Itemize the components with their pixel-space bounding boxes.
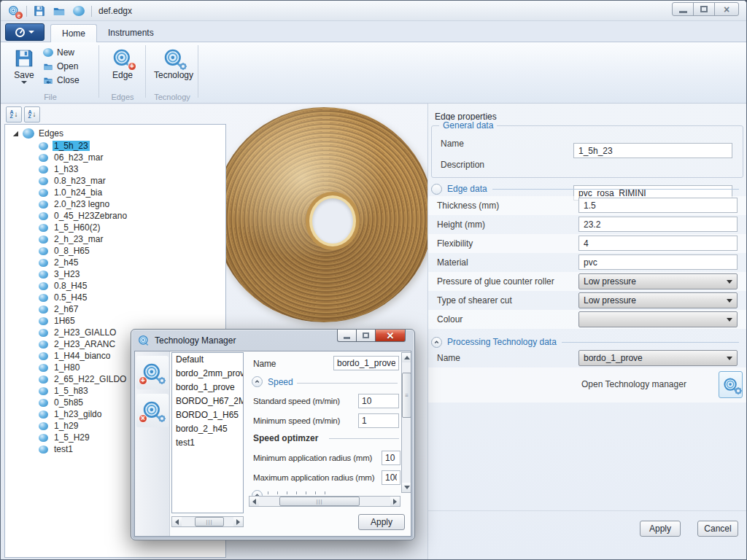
delete-badge-icon: ×	[139, 414, 147, 423]
fields-vertical-scrollbar[interactable]: ≡	[401, 352, 411, 493]
minimum-speed-field[interactable]	[358, 413, 399, 428]
apply-button[interactable]: Apply	[640, 521, 681, 537]
edge-properties-panel: Edge properties General data Name Descri…	[427, 104, 747, 559]
group-label-edges: Edges	[100, 93, 145, 101]
tree-item[interactable]: 06_h23_mar	[39, 152, 225, 163]
sort-ascending-button[interactable]: AZ↓	[6, 106, 22, 122]
list-horizontal-scrollbar[interactable]: |||	[171, 516, 244, 527]
technology-list-item[interactable]: test1	[172, 436, 243, 450]
dialog-minimize-button[interactable]	[337, 330, 357, 342]
quick-open-button[interactable]	[52, 4, 66, 18]
tree-item[interactable]: 2_h_23_mar	[39, 233, 225, 245]
dialog-apply-button[interactable]: Apply	[358, 514, 405, 530]
expander-icon[interactable]	[12, 131, 18, 136]
edge-button[interactable]: + Edge	[105, 44, 140, 91]
scroll-up-arrow[interactable]	[402, 353, 411, 362]
tree-item[interactable]: 1_5h_23	[39, 140, 225, 152]
save-button[interactable]: Save	[7, 44, 42, 91]
tree-item[interactable]: 2.0_h23 legno	[39, 198, 225, 210]
new-button[interactable]: New	[43, 47, 80, 58]
min-radius-field[interactable]	[382, 451, 400, 465]
collapse-button[interactable]	[431, 184, 442, 195]
collapse-button[interactable]	[431, 337, 442, 348]
flexibility-field[interactable]	[578, 236, 738, 251]
gear-icon	[733, 386, 743, 396]
close-file-button[interactable]: Close	[43, 74, 80, 85]
tree-item[interactable]: 2_h45	[39, 257, 225, 268]
glue-pressure-dropdown[interactable]: Low pressure	[578, 273, 738, 289]
tree-root[interactable]: Edges	[5, 125, 225, 140]
minimize-button[interactable]	[672, 2, 694, 16]
tree-item-label: 1_5h_23	[53, 141, 90, 151]
tree-item[interactable]: 1_5_H60(2)	[39, 222, 225, 233]
delete-technology-button[interactable]: ×	[136, 394, 169, 427]
folder-icon	[53, 4, 66, 18]
technology-list-item[interactable]: BORDO_H67_2M	[172, 394, 243, 408]
height-field[interactable]	[578, 217, 738, 232]
technology-list-item[interactable]: bordo_1_prove	[172, 381, 243, 394]
edge-roll-icon	[39, 387, 48, 395]
tree-item-label: 0.8_H45	[53, 281, 88, 291]
dialog-client-area: + × Defaultbordo_2mm_provbordo_1_proveBO…	[134, 351, 411, 537]
tab-home[interactable]: Home	[50, 24, 97, 42]
dialog-restore-button[interactable]	[356, 330, 376, 342]
scroll-left-arrow[interactable]	[172, 517, 182, 526]
shearer-cut-dropdown[interactable]: Low pressure	[578, 292, 738, 308]
edge-roll-icon	[39, 212, 48, 220]
technology-list-item[interactable]: bordo_2_h45	[172, 422, 243, 436]
open-technology-manager-button[interactable]	[719, 371, 743, 398]
technology-list-item[interactable]: bordo_2mm_prov	[172, 367, 243, 381]
tree-item-label: 1_5_H60(2)	[53, 222, 101, 233]
scrollbar-thumb[interactable]: |||	[195, 517, 224, 526]
slider-ticks	[268, 491, 325, 494]
chevron-down-icon	[21, 81, 27, 84]
scroll-right-arrow[interactable]	[233, 517, 243, 526]
collapse-button[interactable]	[252, 376, 263, 387]
scrollbar-thumb[interactable]: ≡	[402, 373, 411, 418]
tree-item[interactable]: 1.0_h24_bia	[39, 187, 225, 198]
close-icon: ×	[724, 4, 729, 15]
tree-item[interactable]: 0.8_H45	[39, 280, 225, 292]
restore-icon	[700, 6, 708, 12]
thickness-field[interactable]	[578, 198, 738, 213]
max-radius-field[interactable]	[382, 470, 400, 485]
edge-roll-icon	[39, 201, 48, 209]
technology-name-field[interactable]	[333, 356, 399, 370]
close-button[interactable]: ×	[714, 2, 739, 16]
app-logo-badge: e	[15, 12, 23, 19]
tab-instruments[interactable]: Instruments	[97, 24, 165, 42]
quick-new-button[interactable]	[71, 4, 86, 18]
app-logo-icon[interactable]: e	[7, 4, 21, 18]
standard-speed-field[interactable]	[358, 394, 399, 408]
tree-item[interactable]: 0.8_h23_mar	[39, 175, 225, 187]
tecnology-button[interactable]: Tecnology	[153, 44, 194, 91]
tree-item[interactable]: 0_8_H65	[39, 245, 225, 257]
add-technology-button[interactable]: +	[136, 356, 169, 389]
open-button[interactable]: Open	[43, 61, 80, 71]
sort-descending-button[interactable]: AZ↓	[24, 106, 40, 122]
tree-item[interactable]: 0_45_H23Zebrano	[39, 210, 225, 222]
tree-item[interactable]: 2_h67	[39, 303, 225, 315]
restore-button[interactable]	[693, 2, 715, 16]
dialog-close-button[interactable]: ✕	[375, 330, 406, 342]
scroll-right-arrow[interactable]	[390, 497, 400, 506]
technology-name-dropdown[interactable]: bordo_1_prove	[578, 350, 738, 366]
tree-item[interactable]: 0.5_H45	[39, 292, 225, 303]
scroll-down-arrow[interactable]	[402, 483, 411, 492]
tree-item[interactable]: 1_h33	[39, 163, 225, 175]
field-row: Colour	[428, 310, 747, 329]
material-field[interactable]	[578, 254, 738, 270]
edge-roll-icon	[39, 282, 48, 290]
technology-list-item[interactable]: BORDO_1_H65	[172, 408, 243, 422]
colour-dropdown[interactable]	[578, 311, 738, 327]
scroll-left-arrow[interactable]	[249, 497, 259, 506]
fields-horizontal-scrollbar[interactable]: |||	[249, 496, 400, 507]
quick-save-button[interactable]	[32, 4, 47, 18]
cancel-button[interactable]: Cancel	[697, 521, 738, 537]
tree-item[interactable]: 1H65	[39, 315, 225, 327]
application-menu-button[interactable]	[5, 23, 44, 41]
dialog-fields-area: Name Speed Standard speed (m/min) Minimu…	[249, 351, 411, 536]
technology-list-item[interactable]: Default	[172, 353, 243, 367]
tree-item[interactable]: 3_H23	[39, 268, 225, 280]
scrollbar-thumb[interactable]: |||	[279, 497, 360, 506]
